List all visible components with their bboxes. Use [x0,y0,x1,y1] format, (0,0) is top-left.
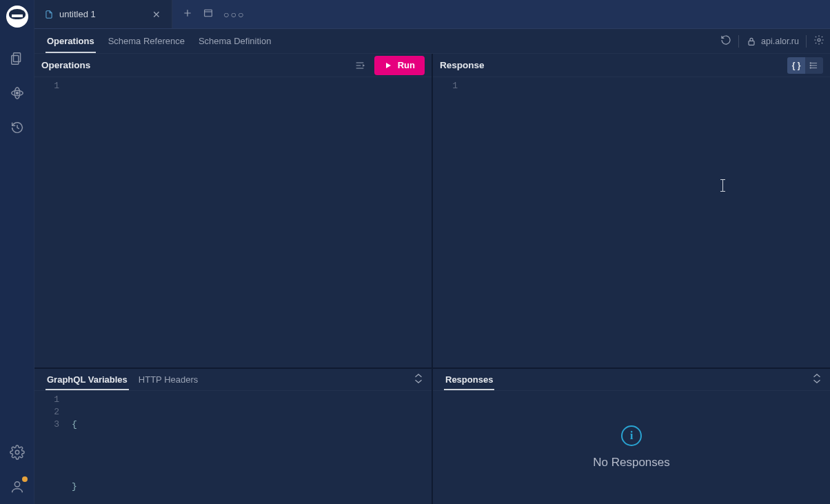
editor-tabs: untitled 1 ✕ ○○○ [34,0,830,29]
gutter: 1 2 3 [34,391,72,504]
endpoint-settings-icon[interactable] [813,34,824,48]
response-title: Response [440,60,485,70]
text-cursor-icon [722,179,723,192]
window-icon[interactable] [203,8,214,21]
new-tab-button[interactable] [182,8,193,21]
info-icon: i [621,425,642,446]
response-editor[interactable]: 1 [433,77,830,367]
view-tree-button[interactable] [805,57,823,74]
schema-icon[interactable] [0,76,34,110]
tab-http-headers[interactable]: HTTP Headers [133,369,203,390]
responses-panel: Responses i No Responses [433,369,830,504]
operations-title: Operations [41,60,90,70]
lock-icon [746,36,757,47]
svg-point-4 [16,92,18,94]
svg-rect-0 [13,53,20,62]
response-pane: Response { } 1 [433,54,830,367]
subtab-schema-definition[interactable]: Schema Definition [192,29,279,53]
refresh-icon[interactable] [720,34,731,48]
collapse-icon[interactable] [412,372,425,387]
svg-rect-1 [11,55,18,64]
svg-point-10 [810,62,811,63]
no-responses-placeholder: i No Responses [433,391,830,504]
settings-gear-icon[interactable] [0,435,34,470]
app-logo-icon [6,6,28,28]
code-area [470,77,830,367]
svg-rect-7 [205,10,212,16]
response-view-toggle: { } [787,57,823,74]
account-icon[interactable] [0,470,34,504]
operations-pane: Operations Run 1 [34,54,433,367]
variables-panel: GraphQL Variables HTTP Headers 1 2 3 { } [34,369,433,504]
file-icon [44,10,54,19]
separator [806,35,807,48]
svg-point-9 [818,39,820,41]
activity-bar [0,0,34,504]
tab-untitled-1[interactable]: untitled 1 ✕ [34,0,172,28]
svg-point-6 [14,482,19,487]
gutter: 1 [433,77,470,367]
variables-editor[interactable]: 1 2 3 { } [34,391,432,504]
files-icon[interactable] [0,41,34,76]
run-label: Run [398,60,415,70]
separator [738,35,739,48]
subtab-schema-reference[interactable]: Schema Reference [101,29,192,53]
endpoint-text: api.alor.ru [761,37,799,46]
code-area[interactable]: { } [72,391,432,504]
prettify-icon[interactable] [351,57,369,74]
subtab-operations[interactable]: Operations [40,29,101,53]
history-icon[interactable] [0,110,34,145]
tab-responses[interactable]: Responses [440,369,498,390]
close-icon[interactable]: ✕ [150,8,163,21]
tab-graphql-variables[interactable]: GraphQL Variables [41,369,133,390]
operations-editor[interactable]: 1 [34,77,432,367]
code-area[interactable] [72,77,432,367]
sub-tabs: Operations Schema Reference Schema Defin… [34,29,830,54]
run-button[interactable]: Run [374,56,425,75]
no-responses-text: No Responses [593,456,670,470]
view-json-button[interactable]: { } [787,57,805,74]
svg-rect-8 [749,41,754,45]
svg-point-11 [810,65,811,65]
svg-point-5 [15,450,19,454]
collapse-icon[interactable] [811,372,823,387]
tab-actions: ○○○ [172,0,254,28]
tab-label: untitled 1 [59,9,96,19]
endpoint-display[interactable]: api.alor.ru [746,36,799,47]
svg-point-12 [810,67,811,68]
more-icon[interactable]: ○○○ [223,9,245,20]
gutter: 1 [34,77,72,367]
